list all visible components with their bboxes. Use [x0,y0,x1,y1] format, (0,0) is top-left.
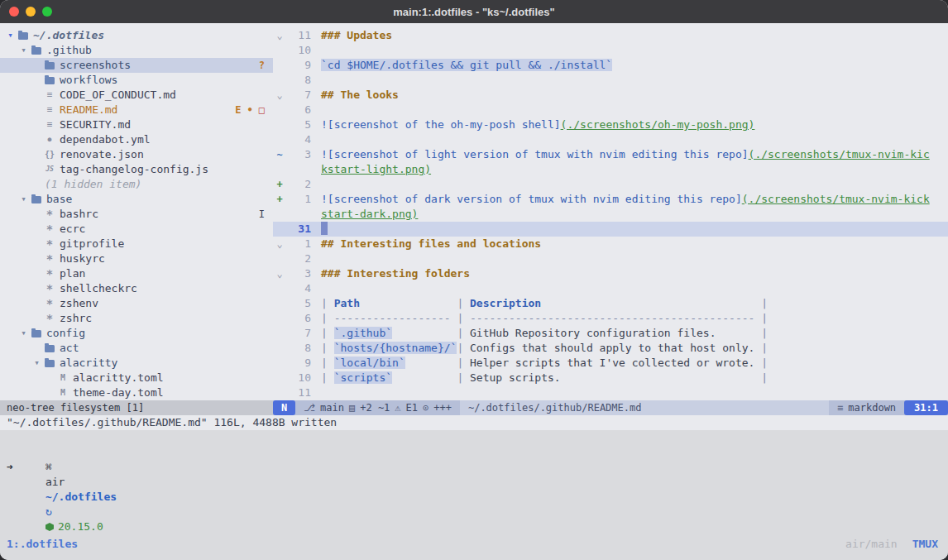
folder-icon [42,77,57,84]
tree-item[interactable]: ▾base [0,192,273,207]
tree-item-label: huskyrc [60,251,105,266]
shell-prompt: ⌘ air ~/.dotfiles ↻ 20.15.0 [0,445,948,460]
editor-line[interactable]: +2 [273,177,948,192]
tree-item[interactable]: ▾.github [0,43,273,58]
file-sh-icon: * [42,222,57,237]
neotree-panel: ▾~/.dotfiles▾.githubscreenshots?workflow… [0,23,273,400]
editor-line[interactable]: 4 [273,281,948,296]
tree-item[interactable]: *huskyrc [0,251,273,266]
tree-item[interactable]: *shellcheckrc [0,281,273,296]
tree-item[interactable]: ▾~/.dotfiles [0,28,273,43]
tree-item[interactable]: *zshenv [0,296,273,311]
close-button[interactable] [9,7,19,17]
tmux-top-pane: ▾~/.dotfiles▾.githubscreenshots?workflow… [0,23,948,400]
tree-item[interactable]: screenshots? [0,58,273,73]
chevron-down-icon[interactable]: ▾ [18,43,29,58]
mode-indicator: N [273,400,295,415]
fold-marker-icon[interactable]: ⌄ [273,266,286,281]
editor-line[interactable]: 5| Path | Description | [273,296,948,311]
editor-line[interactable]: 10| `scripts` | Setup scripts. | [273,371,948,385]
tree-item[interactable]: act [0,341,273,356]
editor-line[interactable]: ~3![screenshot of light version of tmux … [273,147,948,162]
line-number: 5 [286,117,311,132]
editor-line[interactable]: 8 [273,73,948,88]
tree-item[interactable]: Mtheme-day.toml [0,385,273,400]
line-number: 7 [286,88,311,103]
chevron-down-icon[interactable]: ▾ [5,28,16,43]
editor-line[interactable]: 8| `hosts/{hostname}/`| Configs that sho… [273,341,948,356]
tree-item[interactable]: Malacritty.toml [0,371,273,385]
line-number: 31 [286,222,311,237]
editor-line[interactable]: 7| `.github` | GitHub Repository configu… [273,326,948,341]
tree-item-label: base [46,192,72,207]
editor-line[interactable]: 4 [273,132,948,147]
chevron-down-icon[interactable]: ▾ [18,192,29,207]
editor-line[interactable]: ⌄11### Updates [273,28,948,43]
editor-line[interactable]: 6| ------------------ | ----------------… [273,311,948,326]
tree-item[interactable]: ≡README.mdE•□ [0,103,273,117]
tmux-window-tab[interactable]: 1:.dotfiles [7,538,78,550]
diagnostics-icon: ⚠ [395,400,400,415]
zoom-button[interactable] [42,7,52,17]
editor-line[interactable]: 9`cd $HOME/.dotfiles && git pull && ./in… [273,58,948,73]
editor-line[interactable]: ⌄1## Interesting files and locations [273,237,948,251]
editor-line[interactable]: start-dark.png) [273,207,948,222]
neotree-statusline: neo-tree filesystem [1] [0,400,273,415]
tree-item-label: alacritty.toml [73,371,164,385]
minimize-button[interactable] [26,7,36,17]
tree-item[interactable]: {}renovate.json [0,147,273,162]
line-number: 10 [286,43,311,58]
editor-line[interactable]: ⌄7## The looks [273,88,948,103]
editor-text: ## Interesting files and locations [311,237,541,251]
gutter [273,356,286,371]
tree-item[interactable]: ▾config [0,326,273,341]
fold-marker-icon[interactable]: ⌄ [273,88,286,103]
tree-item[interactable]: ≡CODE_OF_CONDUCT.md [0,88,273,103]
line-number: 3 [286,266,311,281]
editor-text: `cd $HOME/.dotfiles && git pull && ./ins… [311,58,612,73]
tree-item[interactable]: *bashrcI [0,207,273,222]
tree-item[interactable]: *ecrc [0,222,273,237]
editor-line[interactable]: ⌄3### Interesting folders [273,266,948,281]
line-number: 6 [286,311,311,326]
tree-item[interactable]: ●dependabot.yml [0,132,273,147]
git-segment: ⎇ main ▤ +2 ~1 ⚠ E1 ⊙ +++ [295,400,460,415]
editor-line[interactable]: 11 [273,385,948,400]
shell-pane[interactable]: ⌘ air ~/.dotfiles ↻ 20.15.0 ➜ 1:.dotfile… [0,430,948,560]
tree-item-label: config [46,326,85,341]
tree-item[interactable]: *plan [0,266,273,281]
tree-item[interactable]: workflows [0,73,273,88]
tree-item[interactable]: ≡SECURITY.md [0,117,273,132]
editor-line[interactable]: 10 [273,43,948,58]
fold-marker-icon[interactable]: ⌄ [273,28,286,43]
editor-text: | `local/bin` | Helper scripts that I've… [311,356,768,371]
editor-line[interactable]: 2 [273,251,948,266]
chevron-down-icon[interactable]: ▾ [31,356,42,371]
tree-item-label: zshrc [60,311,92,326]
fold-marker-icon[interactable]: ⌄ [273,237,286,251]
editor-text: ![screenshot of light version of tmux wi… [311,147,930,162]
tree-item[interactable]: (1 hidden item) [0,177,273,192]
git-sync-icon: ↻ [45,505,52,518]
gutter [273,73,286,88]
editor-line[interactable]: 6 [273,103,948,117]
editor-line[interactable]: 9| `local/bin` | Helper scripts that I'v… [273,356,948,371]
file-sh-icon: * [42,296,57,311]
chevron-down-icon[interactable]: ▾ [18,326,29,341]
editor-line[interactable]: 5![screenshot of the oh-my-posh shell](.… [273,117,948,132]
editor-line[interactable]: +1![screenshot of dark version of tmux w… [273,192,948,207]
git-branch-label: main [320,400,344,415]
file-md-icon: ≡ [42,117,57,132]
tree-item-label: shellcheckrc [60,281,137,296]
tree-item[interactable]: *zshrc [0,311,273,326]
cursor-position: 31:1 [904,400,948,415]
editor-line[interactable]: 31 [273,222,948,237]
editor-line[interactable]: kstart-light.png) [273,162,948,177]
file-sh-icon: * [42,251,57,266]
line-number: 8 [286,73,311,88]
shell-prompt-arrow-line[interactable]: ➜ [0,460,948,475]
tree-item-label: (1 hidden item) [45,177,141,192]
tree-item[interactable]: JStag-changelog-config.js [0,162,273,177]
tree-item[interactable]: ▾alacritty [0,356,273,371]
tree-item[interactable]: *gitprofile [0,237,273,251]
